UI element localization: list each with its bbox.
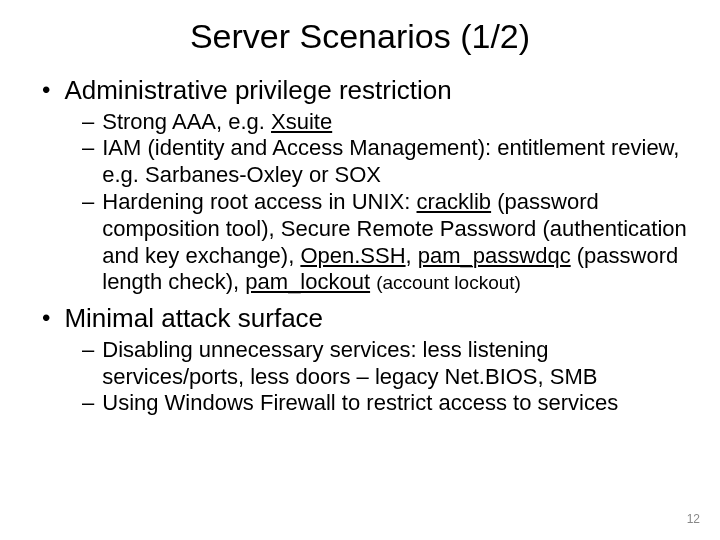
list-item-label: Using Windows Firewall to restrict acces… bbox=[102, 390, 618, 417]
sub-list: – Strong AAA, e.g. Xsuite – IAM (identit… bbox=[82, 109, 690, 297]
bullet-dash-icon: – bbox=[82, 109, 94, 136]
list-item: – Strong AAA, e.g. Xsuite bbox=[82, 109, 690, 136]
list-item: – Using Windows Firewall to restrict acc… bbox=[82, 390, 690, 417]
list-item-label: Administrative privilege restriction bbox=[64, 74, 451, 107]
bullet-dash-icon: – bbox=[82, 135, 94, 162]
page-number: 12 bbox=[687, 512, 700, 526]
list-item: • Administrative privilege restriction bbox=[30, 74, 690, 107]
list-item: • Minimal attack surface bbox=[30, 302, 690, 335]
list-item: – Hardening root access in UNIX: crackli… bbox=[82, 189, 690, 296]
bullet-dash-icon: – bbox=[82, 337, 94, 364]
bullet-dash-icon: – bbox=[82, 390, 94, 417]
list-item-label: IAM (identity and Access Management): en… bbox=[102, 135, 690, 189]
list-item: – IAM (identity and Access Management): … bbox=[82, 135, 690, 189]
slide-title: Server Scenarios (1/2) bbox=[30, 17, 690, 56]
bullet-dot-icon: • bbox=[42, 302, 50, 333]
bullet-dot-icon: • bbox=[42, 74, 50, 105]
list-item: – Disabling unnecessary services: less l… bbox=[82, 337, 690, 391]
bullet-dash-icon: – bbox=[82, 189, 94, 216]
list-item-label: Disabling unnecessary services: less lis… bbox=[102, 337, 690, 391]
list-item-label: Minimal attack surface bbox=[64, 302, 323, 335]
list-item-label: Strong AAA, e.g. Xsuite bbox=[102, 109, 332, 136]
list-item-label: Hardening root access in UNIX: cracklib … bbox=[102, 189, 690, 296]
sub-list: – Disabling unnecessary services: less l… bbox=[82, 337, 690, 417]
content-block: • Administrative privilege restriction –… bbox=[30, 74, 690, 417]
